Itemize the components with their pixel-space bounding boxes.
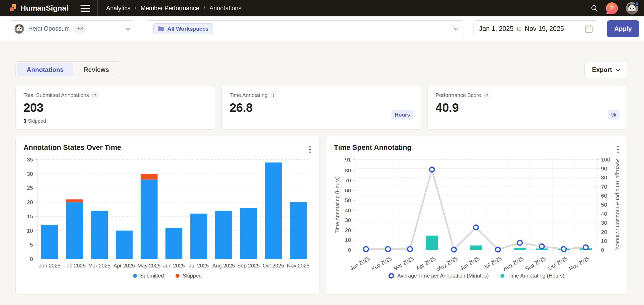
chevron-down-icon: [126, 26, 130, 30]
export-button[interactable]: Export: [584, 62, 627, 78]
svg-text:Jan 2025: Jan 2025: [39, 263, 60, 269]
svg-text:50: 50: [345, 197, 351, 203]
svg-text:0: 0: [30, 256, 33, 262]
search-icon[interactable]: [591, 4, 598, 12]
stat-card-performance-score: Performance Score ? 40.9 %: [427, 86, 627, 130]
svg-text:Time Annotating (Hours): Time Annotating (Hours): [334, 176, 340, 233]
unit-badge-hours: Hours: [391, 110, 414, 119]
svg-text:0: 0: [348, 247, 351, 253]
legend-swatch: [500, 274, 504, 278]
stat-card-total-submitted: Total Submitted Annotations ? 203 3Skipp…: [15, 86, 215, 130]
stat-card-time-annotating: Time Annotating ? 26.8 Hours: [221, 86, 421, 130]
kebab-menu-icon[interactable]: [616, 145, 620, 154]
svg-text:50: 50: [601, 202, 607, 208]
time-spent-card: Time Spent Annotating 010203040506070809…: [326, 136, 627, 294]
legend-label: Submitted: [140, 273, 164, 279]
date-to: Nov 19, 2025: [525, 25, 564, 33]
breadcrumb-separator: /: [135, 5, 136, 12]
x-labels: Jan 2025Feb 2025Mar 2025Apr 2025May 2025…: [39, 263, 310, 269]
humansignal-logo-icon: [9, 4, 17, 12]
breadcrumb-analytics[interactable]: Analytics: [106, 5, 130, 12]
hamburger-menu-icon[interactable]: [80, 5, 90, 12]
svg-text:May 2025: May 2025: [436, 255, 459, 271]
help-icon[interactable]: ?: [92, 93, 98, 98]
svg-text:Nov 2025: Nov 2025: [287, 263, 310, 269]
svg-text:Feb 2025: Feb 2025: [371, 255, 393, 271]
svg-text:30: 30: [601, 220, 607, 226]
member-select[interactable]: Heidi Opossum +3: [9, 20, 135, 37]
brand-logo: HumanSignal: [9, 4, 68, 12]
legend-item[interactable]: Skipped: [176, 273, 202, 279]
annotation-states-chart: 05101520253035Jan 2025Feb 2025Mar 2025Ap…: [23, 155, 311, 272]
svg-text:Jun 2025: Jun 2025: [459, 255, 481, 271]
line-markers: [364, 167, 588, 252]
main-content: Annotations Reviews Export Total Submitt…: [0, 41, 644, 294]
stat-card-value: 203: [23, 100, 207, 115]
help-icon[interactable]: ?: [484, 93, 490, 98]
apply-button[interactable]: Apply: [607, 20, 639, 37]
member-more-count: +3: [74, 24, 86, 33]
skipped-count: 3: [23, 118, 26, 124]
svg-text:Jan 2025: Jan 2025: [349, 255, 371, 271]
svg-text:10: 10: [345, 237, 351, 243]
svg-text:Aug 2025: Aug 2025: [212, 263, 235, 269]
legend-label: Skipped: [183, 273, 202, 279]
svg-text:Apr 2025: Apr 2025: [113, 263, 135, 269]
help-icon[interactable]: ?: [271, 93, 276, 98]
annotation-states-card: Annotation States Over Time 051015202530…: [15, 136, 319, 294]
member-name: Heidi Opossum: [28, 25, 70, 32]
stat-card-title: Time Annotating: [230, 92, 268, 98]
annotation-states-legend: Submitted Skipped: [23, 273, 311, 279]
help-icon[interactable]: ?: [606, 2, 618, 14]
svg-text:15: 15: [27, 213, 33, 219]
svg-text:70: 70: [345, 177, 351, 183]
grid: [355, 160, 597, 250]
svg-text:90: 90: [601, 165, 607, 172]
svg-text:Sep 2025: Sep 2025: [237, 263, 260, 269]
svg-text:30: 30: [345, 217, 351, 223]
legend-item[interactable]: Time Annotating (Hours): [500, 273, 565, 279]
x-labels: Jan 2025Feb 2025Mar 2025Apr 2025May 2025…: [349, 255, 590, 271]
svg-text:10: 10: [27, 228, 33, 234]
time-spent-legend: Average Time per Annotation (Minutes) Ti…: [334, 273, 619, 279]
breadcrumb: Analytics / Member Performance / Annotat…: [106, 5, 242, 12]
svg-text:91: 91: [345, 156, 351, 163]
svg-text:Apr 2025: Apr 2025: [415, 255, 437, 271]
svg-text:80: 80: [345, 167, 351, 173]
legend-swatch: [133, 274, 137, 278]
svg-text:Nov 2025: Nov 2025: [568, 255, 590, 271]
svg-text:60: 60: [345, 187, 351, 193]
svg-text:10: 10: [601, 238, 607, 244]
kebab-menu-icon[interactable]: [308, 145, 312, 154]
svg-text:25: 25: [27, 185, 33, 191]
workspace-chip-label: All Workspaces: [167, 26, 209, 32]
tab-reviews[interactable]: Reviews: [74, 63, 119, 76]
stat-card-value: 40.9: [435, 100, 619, 115]
calendar-icon[interactable]: [585, 25, 593, 33]
user-avatar[interactable]: [626, 2, 638, 15]
svg-text:30: 30: [27, 171, 33, 177]
svg-text:Jun 2025: Jun 2025: [163, 263, 185, 269]
date-range-input[interactable]: Jan 1, 2025 to Nov 19, 2025: [473, 20, 598, 37]
bars: [41, 163, 307, 259]
chevron-down-icon: [616, 67, 620, 72]
tab-annotations[interactable]: Annotations: [17, 63, 73, 76]
svg-text:Sep 2025: Sep 2025: [524, 255, 547, 271]
legend-item[interactable]: Average Time per Annotation (Minutes): [389, 273, 489, 279]
stat-card-title: Total Submitted Annotations: [23, 92, 89, 98]
workspace-select[interactable]: All Workspaces: [147, 20, 464, 37]
chevron-down-icon: [454, 26, 458, 30]
date-from: Jan 1, 2025: [479, 25, 514, 33]
breadcrumb-member-performance[interactable]: Member Performance: [141, 5, 199, 12]
right-axis: 0102030405060708090100Average Time per A…: [597, 156, 619, 253]
svg-text:35: 35: [27, 156, 33, 163]
skipped-label: Skipped: [28, 118, 46, 124]
legend-label: Time Annotating (Hours): [508, 273, 565, 279]
workspace-chip[interactable]: All Workspaces: [153, 23, 213, 34]
member-avatar: [15, 24, 24, 34]
time-spent-chart: 0102030405060708091Time Annotating (Hour…: [334, 155, 619, 272]
unit-badge-percent: %: [608, 110, 619, 119]
svg-text:Jul 2025: Jul 2025: [482, 255, 503, 270]
legend-item[interactable]: Submitted: [133, 273, 164, 279]
svg-text:80: 80: [601, 174, 607, 181]
